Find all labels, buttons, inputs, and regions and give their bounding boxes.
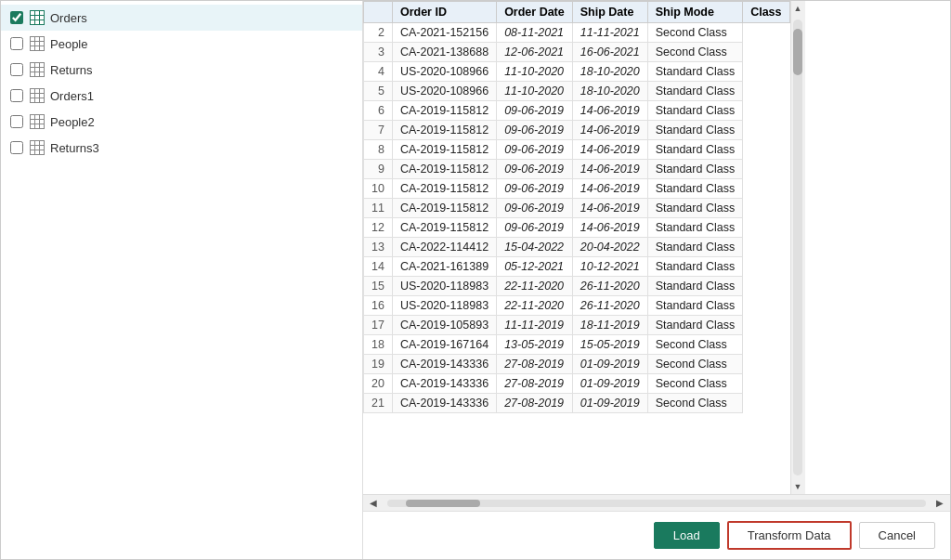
- cell-2-3: 18-10-2020: [572, 62, 647, 82]
- cell-2-4: Standard Class: [647, 62, 742, 82]
- cell-6-3: 14-06-2019: [572, 140, 647, 160]
- col-header-4: Ship Mode: [647, 2, 742, 23]
- cell-4-0: 6: [364, 101, 393, 121]
- cell-7-1: CA-2019-115812: [392, 160, 496, 179]
- cell-16-0: 18: [364, 335, 393, 355]
- cell-11-4: Standard Class: [647, 238, 742, 257]
- sidebar-item-orders[interactable]: Orders: [1, 5, 362, 31]
- checkbox-returns[interactable]: [10, 63, 23, 76]
- cell-4-1: CA-2019-115812: [392, 101, 496, 121]
- cell-15-2: 11-11-2019: [497, 316, 573, 335]
- cell-17-1: CA-2019-143336: [392, 355, 496, 374]
- cell-2-0: 4: [364, 62, 393, 82]
- table-scroll[interactable]: Order IDOrder DateShip DateShip ModeClas…: [363, 1, 790, 494]
- cell-16-2: 13-05-2019: [497, 335, 573, 355]
- cell-8-0: 10: [364, 179, 393, 199]
- vertical-scrollbar[interactable]: ▲ ▼: [790, 1, 805, 494]
- table-row: 20CA-2019-14333627-08-201901-09-2019Seco…: [364, 374, 790, 394]
- load-button[interactable]: Load: [654, 522, 720, 549]
- cell-18-2: 27-08-2019: [497, 374, 573, 394]
- sidebar-label-orders1: Orders1: [50, 89, 94, 103]
- col-header-3: Ship Date: [572, 2, 647, 23]
- cell-8-3: 14-06-2019: [572, 179, 647, 199]
- sidebar-item-orders1[interactable]: Orders1: [1, 83, 362, 109]
- checkbox-people2[interactable]: [10, 115, 23, 128]
- table-row: 5US-2020-10896611-10-202018-10-2020Stand…: [364, 82, 790, 101]
- table-icon-people: [29, 35, 46, 52]
- cell-16-3: 15-05-2019: [572, 335, 647, 355]
- scroll-right-arrow[interactable]: ▶: [933, 497, 946, 510]
- cell-16-4: Second Class: [647, 335, 742, 355]
- sidebar-item-people[interactable]: People: [1, 31, 362, 57]
- scroll-thumb: [793, 29, 802, 75]
- right-panel: Order IDOrder DateShip DateShip ModeClas…: [363, 1, 950, 559]
- cell-6-0: 8: [364, 140, 393, 160]
- table-row: 18CA-2019-16716413-05-201915-05-2019Seco…: [364, 335, 790, 355]
- cell-10-3: 14-06-2019: [572, 218, 647, 238]
- cancel-button[interactable]: Cancel: [859, 522, 935, 549]
- sidebar-item-returns[interactable]: Returns: [1, 57, 362, 83]
- cell-18-0: 20: [364, 374, 393, 394]
- cell-0-0: 2: [364, 23, 393, 43]
- sidebar-item-returns3[interactable]: Returns3: [1, 135, 362, 161]
- cell-6-2: 09-06-2019: [497, 140, 573, 160]
- scroll-down-arrow[interactable]: ▼: [790, 479, 805, 494]
- cell-14-3: 26-11-2020: [572, 296, 647, 316]
- table-row: 19CA-2019-14333627-08-201901-09-2019Seco…: [364, 355, 790, 374]
- cell-11-3: 20-04-2022: [572, 238, 647, 257]
- scroll-up-arrow[interactable]: ▲: [790, 1, 805, 16]
- checkbox-orders1[interactable]: [10, 89, 23, 102]
- cell-19-1: CA-2019-143336: [392, 394, 496, 413]
- cell-6-1: CA-2019-115812: [392, 140, 496, 160]
- cell-0-4: Second Class: [647, 23, 742, 43]
- cell-13-1: US-2020-118983: [392, 277, 496, 296]
- cell-9-3: 14-06-2019: [572, 199, 647, 218]
- table-row: 11CA-2019-11581209-06-201914-06-2019Stan…: [364, 199, 790, 218]
- cell-11-2: 15-04-2022: [497, 238, 573, 257]
- cell-14-2: 22-11-2020: [497, 296, 573, 316]
- horizontal-scrollbar[interactable]: ◀ ▶: [363, 494, 950, 511]
- checkbox-orders[interactable]: [10, 11, 23, 24]
- scroll-left-arrow[interactable]: ◀: [367, 497, 380, 510]
- data-table: Order IDOrder DateShip DateShip ModeClas…: [363, 1, 790, 413]
- col-header-2: Order Date: [497, 2, 573, 23]
- cell-4-3: 14-06-2019: [572, 101, 647, 121]
- scroll-track: [793, 20, 802, 475]
- col-header-0: [364, 2, 393, 23]
- table-icon-returns3: [29, 139, 46, 156]
- table-row: 17CA-2019-10589311-11-201918-11-2019Stan…: [364, 316, 790, 335]
- cell-13-2: 22-11-2020: [497, 277, 573, 296]
- cell-10-0: 12: [364, 218, 393, 238]
- cell-13-3: 26-11-2020: [572, 277, 647, 296]
- cell-17-0: 19: [364, 355, 393, 374]
- table-row: 3CA-2021-13868812-06-202116-06-2021Secon…: [364, 43, 790, 62]
- table-icon-returns: [29, 61, 46, 78]
- cell-14-4: Standard Class: [647, 296, 742, 316]
- footer: Load Transform Data Cancel: [363, 511, 950, 559]
- col-header-1: Order ID: [392, 2, 496, 23]
- table-icon-people2: [29, 113, 46, 130]
- table-row: 2CA-2021-15215608-11-202111-11-2021Secon…: [364, 23, 790, 43]
- checkbox-people[interactable]: [10, 37, 23, 50]
- sidebar-label-people: People: [50, 37, 87, 51]
- cell-9-2: 09-06-2019: [497, 199, 573, 218]
- sidebar-label-orders: Orders: [50, 11, 87, 25]
- cell-18-1: CA-2019-143336: [392, 374, 496, 394]
- cell-19-3: 01-09-2019: [572, 394, 647, 413]
- transform-data-button[interactable]: Transform Data: [727, 521, 852, 550]
- sidebar-item-people2[interactable]: People2: [1, 109, 362, 135]
- table-row: 9CA-2019-11581209-06-201914-06-2019Stand…: [364, 160, 790, 179]
- table-row: 14CA-2021-16138905-12-202110-12-2021Stan…: [364, 257, 790, 277]
- cell-10-1: CA-2019-115812: [392, 218, 496, 238]
- cell-16-1: CA-2019-167164: [392, 335, 496, 355]
- cell-1-0: 3: [364, 43, 393, 62]
- cell-3-4: Standard Class: [647, 82, 742, 101]
- h-scroll-thumb: [406, 500, 480, 507]
- cell-17-2: 27-08-2019: [497, 355, 573, 374]
- checkbox-returns3[interactable]: [10, 141, 23, 154]
- table-row: 15US-2020-11898322-11-202026-11-2020Stan…: [364, 277, 790, 296]
- col-header-class: Class: [743, 2, 789, 23]
- cell-1-3: 16-06-2021: [572, 43, 647, 62]
- table-row: 8CA-2019-11581209-06-201914-06-2019Stand…: [364, 140, 790, 160]
- sidebar-label-people2: People2: [50, 115, 95, 129]
